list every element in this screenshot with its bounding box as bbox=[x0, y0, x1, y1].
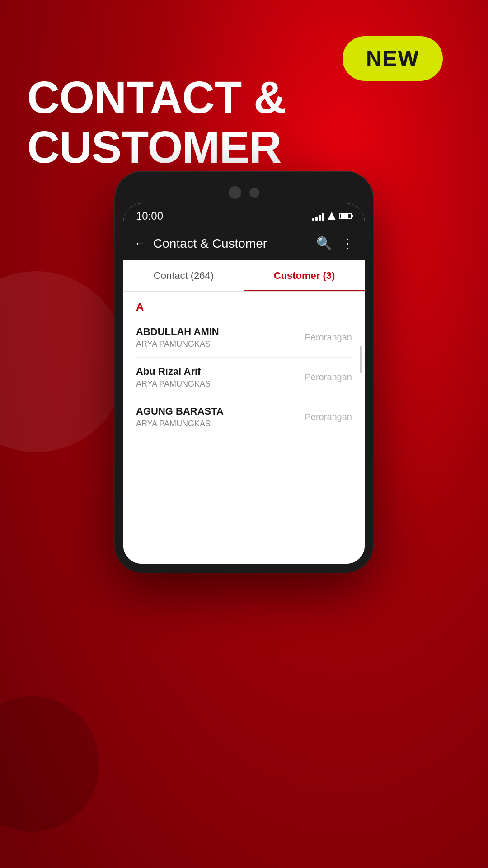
tab-customer[interactable]: Customer (3) bbox=[244, 260, 365, 291]
contact-list: A ABDULLAH AMIN ARYA PAMUNGKAS Peroranga… bbox=[123, 292, 365, 437]
contact-type: Perorangan bbox=[305, 372, 352, 382]
tabs-bar: Contact (264) Customer (3) bbox=[123, 260, 365, 292]
back-arrow-icon: ← bbox=[134, 236, 146, 250]
main-title: CONTACT & CUSTOMER bbox=[27, 72, 488, 172]
signal-bar-4 bbox=[322, 213, 324, 221]
battery-fill bbox=[341, 214, 348, 218]
wifi-icon bbox=[328, 212, 336, 220]
contact-type: Perorangan bbox=[305, 332, 352, 343]
signal-bar-2 bbox=[315, 217, 318, 221]
phone-camera-bar bbox=[123, 180, 365, 203]
header-title: Contact & Customer bbox=[153, 236, 309, 251]
phone-mockup: 10:00 bbox=[115, 172, 373, 572]
section-letter-a: A bbox=[136, 292, 352, 318]
signal-icon bbox=[312, 212, 324, 221]
phone-bottom-space bbox=[123, 437, 365, 564]
more-options-icon[interactable]: ⋮ bbox=[341, 236, 354, 251]
contact-type: Perorangan bbox=[305, 412, 352, 422]
camera-dot-main bbox=[229, 186, 241, 199]
contact-sub: ARYA PAMUNGKAS bbox=[136, 340, 219, 349]
scrollbar[interactable] bbox=[360, 346, 362, 373]
contact-info: AGUNG BARASTA ARYA PAMUNGKAS bbox=[136, 406, 224, 429]
camera-dot-secondary bbox=[249, 188, 259, 198]
contact-item[interactable]: ABDULLAH AMIN ARYA PAMUNGKAS Perorangan bbox=[136, 318, 352, 358]
signal-bar-1 bbox=[312, 218, 314, 221]
contact-info: ABDULLAH AMIN ARYA PAMUNGKAS bbox=[136, 326, 219, 349]
contact-item[interactable]: AGUNG BARASTA ARYA PAMUNGKAS Perorangan bbox=[136, 397, 352, 437]
app-header: ← Contact & Customer 🔍 ⋮ bbox=[123, 227, 365, 260]
phone-screen: 10:00 bbox=[123, 203, 365, 564]
contact-item[interactable]: Abu Rizal Arif ARYA PAMUNGKAS Perorangan bbox=[136, 358, 352, 397]
contact-name: AGUNG BARASTA bbox=[136, 406, 224, 417]
signal-bar-3 bbox=[319, 215, 321, 221]
contact-sub: ARYA PAMUNGKAS bbox=[136, 379, 211, 389]
battery-icon bbox=[339, 213, 352, 219]
tab-contact[interactable]: Contact (264) bbox=[123, 260, 244, 291]
contact-sub: ARYA PAMUNGKAS bbox=[136, 419, 224, 429]
status-icons bbox=[312, 212, 352, 221]
header-icons: 🔍 ⋮ bbox=[316, 236, 354, 251]
status-bar: 10:00 bbox=[123, 203, 365, 227]
contact-info: Abu Rizal Arif ARYA PAMUNGKAS bbox=[136, 366, 211, 389]
contact-name: ABDULLAH AMIN bbox=[136, 326, 219, 338]
search-icon[interactable]: 🔍 bbox=[316, 236, 332, 251]
back-button[interactable]: ← bbox=[134, 236, 146, 250]
phone-outer: 10:00 bbox=[115, 172, 373, 572]
status-time: 10:00 bbox=[136, 210, 163, 222]
contact-name: Abu Rizal Arif bbox=[136, 366, 211, 377]
